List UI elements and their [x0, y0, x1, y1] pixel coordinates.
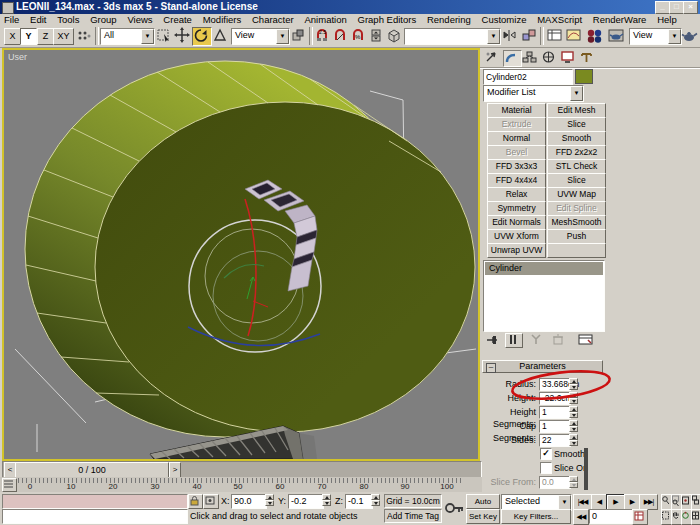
- add-time-tag[interactable]: Add Time Tag: [384, 509, 442, 523]
- key-step-toggle[interactable]: ◀◀: [573, 509, 589, 525]
- min-max-toggle-icon[interactable]: [691, 509, 700, 525]
- modifier-button[interactable]: Slice: [547, 173, 606, 188]
- named-selection-dropdown[interactable]: ▼: [404, 28, 501, 45]
- time-slider-handle[interactable]: 0 / 100: [15, 462, 169, 478]
- object-name-field[interactable]: [483, 69, 573, 85]
- chevron-down-icon[interactable]: ▼: [570, 86, 583, 101]
- tab-motion[interactable]: [541, 50, 558, 65]
- modifier-button[interactable]: MeshSmooth: [547, 215, 606, 230]
- next-frame-button[interactable]: ▶: [624, 494, 640, 510]
- select-and-move-icon[interactable]: [174, 27, 190, 44]
- zoom-extents-all-icon[interactable]: [691, 494, 700, 510]
- tab-create[interactable]: [484, 50, 501, 65]
- cap-segments-field[interactable]: 1: [539, 420, 571, 433]
- x-coordinate-spinner[interactable]: [265, 494, 274, 507]
- y-coordinate-field[interactable]: -0.2: [288, 494, 324, 509]
- go-to-end-button[interactable]: ▶▶|: [639, 494, 658, 510]
- curve-editor-icon[interactable]: [565, 27, 582, 44]
- previous-frame-button[interactable]: ◀: [591, 494, 607, 510]
- modifier-button[interactable]: Material: [487, 103, 546, 118]
- chevron-down-icon[interactable]: ▼: [487, 29, 500, 44]
- menu-graph-editors[interactable]: Graph Editors: [354, 14, 421, 25]
- status-listener-field[interactable]: [2, 509, 188, 524]
- viewport-user[interactable]: User: [2, 48, 480, 461]
- quick-render-icon[interactable]: [681, 27, 698, 44]
- close-button[interactable]: ×: [683, 1, 698, 14]
- menu-animation[interactable]: Animation: [300, 14, 350, 25]
- modifier-button[interactable]: Smooth: [547, 131, 606, 146]
- sides-field[interactable]: 22: [539, 434, 571, 447]
- modifier-button[interactable]: Push: [547, 229, 606, 244]
- macro-recorder-field[interactable]: [2, 494, 188, 509]
- minimize-button[interactable]: _: [655, 1, 670, 14]
- set-key-button[interactable]: Set Key: [466, 509, 500, 524]
- auto-key-button[interactable]: Auto Key: [466, 494, 500, 509]
- modifier-button[interactable]: FFD 2x2x2: [547, 145, 606, 160]
- pin-stack-icon[interactable]: [484, 333, 500, 346]
- menu-tools[interactable]: Tools: [53, 14, 83, 25]
- radius-field[interactable]: 33.668cm: [539, 378, 571, 391]
- chevron-down-icon[interactable]: ▼: [276, 29, 289, 44]
- modifier-button[interactable]: UVW Map: [547, 187, 606, 202]
- modifier-button[interactable]: Symmetry: [487, 201, 546, 216]
- modifier-button[interactable]: FFD 4x4x4: [487, 173, 546, 188]
- modifier-button[interactable]: STL Check: [547, 159, 606, 174]
- open-mini-curve-editor-icon[interactable]: [2, 478, 17, 492]
- restrict-z-button[interactable]: Z: [37, 28, 54, 45]
- menu-modifiers[interactable]: Modifiers: [199, 14, 246, 25]
- reference-coordinate-dropdown[interactable]: View▼: [231, 28, 290, 45]
- tab-display[interactable]: [560, 50, 577, 65]
- y-coordinate-spinner[interactable]: [322, 494, 331, 507]
- material-editor-icon[interactable]: [585, 27, 604, 44]
- restrict-y-button[interactable]: Y: [20, 28, 37, 45]
- smooth-checkbox[interactable]: ✓: [540, 448, 552, 460]
- restrict-xy-button[interactable]: XY: [53, 28, 74, 45]
- modifier-button[interactable]: Unwrap UVW: [487, 243, 546, 258]
- use-pivot-point-icon[interactable]: [290, 27, 306, 44]
- named-selection-icon[interactable]: [386, 27, 402, 44]
- menu-rendering[interactable]: Rendering: [423, 14, 475, 25]
- modifier-button[interactable]: Normal: [487, 131, 546, 146]
- menu-character[interactable]: Character: [248, 14, 298, 25]
- percent-snap-icon[interactable]: %: [350, 27, 366, 44]
- modifier-button[interactable]: FFD 3x3x3: [487, 159, 546, 174]
- play-button[interactable]: ▶: [606, 494, 625, 510]
- align-icon[interactable]: [521, 27, 537, 44]
- render-scene-icon[interactable]: [607, 27, 625, 44]
- track-view-icon[interactable]: [546, 27, 563, 44]
- configure-modifier-sets-icon[interactable]: [577, 333, 595, 346]
- render-type-dropdown[interactable]: View▼: [629, 28, 682, 45]
- radius-spinner[interactable]: [569, 378, 578, 391]
- menu-renderware[interactable]: RenderWare: [589, 14, 651, 25]
- go-to-start-button[interactable]: |◀◀: [573, 494, 592, 510]
- cap-segments-spinner[interactable]: [569, 420, 578, 433]
- time-configuration-icon[interactable]: [632, 509, 648, 525]
- menu-group[interactable]: Group: [86, 14, 120, 25]
- select-and-scale-icon[interactable]: [212, 27, 228, 44]
- restore-button[interactable]: □: [669, 1, 684, 14]
- modifier-list-dropdown[interactable]: Modifier List▼: [483, 85, 584, 102]
- spinner-snap-icon[interactable]: [368, 27, 384, 44]
- menu-file[interactable]: File: [0, 14, 23, 25]
- height-segments-spinner[interactable]: [569, 406, 578, 419]
- current-frame-field[interactable]: 0: [589, 509, 633, 524]
- menu-create[interactable]: Create: [159, 14, 196, 25]
- select-and-rotate-icon[interactable]: [192, 27, 212, 46]
- height-spinner[interactable]: [569, 392, 578, 405]
- menu-help[interactable]: Help: [653, 14, 681, 25]
- absolute-mode-icon[interactable]: [203, 494, 219, 509]
- modifier-button[interactable]: Edit Normals: [487, 215, 546, 230]
- menu-edit[interactable]: Edit: [26, 14, 50, 25]
- frame-next-button[interactable]: >: [169, 462, 181, 478]
- set-key-mode-icon[interactable]: [444, 497, 464, 520]
- tab-hierarchy[interactable]: [522, 50, 539, 65]
- chevron-down-icon[interactable]: ▼: [141, 29, 154, 44]
- z-coordinate-field[interactable]: -0.1: [345, 494, 373, 509]
- collapse-icon[interactable]: –: [486, 363, 496, 373]
- viewport-label[interactable]: User: [8, 52, 27, 62]
- select-object-icon[interactable]: [156, 27, 172, 44]
- modifier-button[interactable]: UVW Xform: [487, 229, 546, 244]
- chevron-down-icon[interactable]: ▼: [558, 495, 571, 510]
- panel-scrollbar[interactable]: [584, 448, 588, 490]
- modifier-button[interactable]: Relax: [487, 187, 546, 202]
